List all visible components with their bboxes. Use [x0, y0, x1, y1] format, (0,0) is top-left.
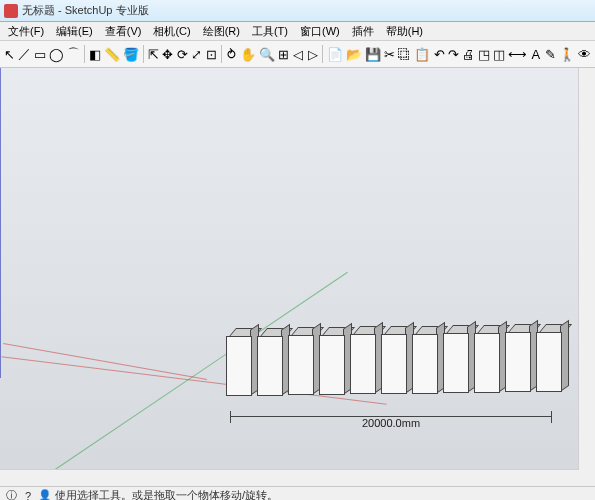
- model-geometry[interactable]: [226, 328, 567, 396]
- model-box[interactable]: [226, 328, 256, 396]
- circle-tool-icon[interactable]: ◯: [48, 43, 65, 65]
- prev-view-icon[interactable]: ◁: [291, 43, 304, 65]
- menu-bar: 文件(F) 编辑(E) 查看(V) 相机(C) 绘图(R) 工具(T) 窗口(W…: [0, 22, 595, 41]
- save-icon[interactable]: 💾: [364, 43, 382, 65]
- title-bar: 无标题 - SketchUp 专业版: [0, 0, 595, 22]
- model-box[interactable]: [319, 327, 349, 395]
- status-hint: 使用选择工具。或是拖取一个物体移动/旋转。: [55, 488, 278, 500]
- info-icon[interactable]: ⓘ: [4, 489, 18, 501]
- menu-view[interactable]: 查看(V): [99, 22, 148, 41]
- look-icon[interactable]: 👁: [577, 43, 592, 65]
- model-box[interactable]: [536, 324, 566, 392]
- menu-tools[interactable]: 工具(T): [246, 22, 294, 41]
- arc-tool-icon[interactable]: ⌒: [66, 43, 81, 65]
- model-box[interactable]: [257, 328, 287, 396]
- model-box[interactable]: [381, 326, 411, 394]
- status-bar: ⓘ ? 👤 使用选择工具。或是拖取一个物体移动/旋转。: [0, 486, 595, 500]
- menu-camera[interactable]: 相机(C): [147, 22, 196, 41]
- dimension-annotation: 20000.0mm: [226, 416, 556, 429]
- zoom-extents-icon[interactable]: ⊞: [277, 43, 290, 65]
- new-icon[interactable]: 📄: [326, 43, 344, 65]
- rotate-tool-icon[interactable]: ⟳: [176, 43, 189, 65]
- push-tool-icon[interactable]: ⇱: [147, 43, 160, 65]
- text-icon[interactable]: A: [529, 43, 542, 65]
- red-axis-neg: [3, 343, 207, 380]
- paste-icon[interactable]: 📋: [413, 43, 431, 65]
- menu-help[interactable]: 帮助(H): [380, 22, 429, 41]
- window-title: 无标题 - SketchUp 专业版: [22, 3, 149, 18]
- toolbar-sep: [221, 45, 222, 63]
- line-tool-icon[interactable]: ／: [17, 43, 32, 65]
- undo-icon[interactable]: ↶: [432, 43, 445, 65]
- horizontal-scrollbar[interactable]: [0, 469, 579, 486]
- model-viewport[interactable]: 20000.0mm: [0, 68, 595, 486]
- menu-draw[interactable]: 绘图(R): [197, 22, 246, 41]
- toolbar-sep: [84, 45, 85, 63]
- model-box[interactable]: [505, 324, 535, 392]
- model-box[interactable]: [350, 326, 380, 394]
- tape-tool-icon[interactable]: 📏: [103, 43, 121, 65]
- open-icon[interactable]: 📂: [345, 43, 363, 65]
- blue-axis: [0, 68, 1, 378]
- toolbar: ↖ ／ ▭ ◯ ⌒ ◧ 📏 🪣 ⇱ ✥ ⟳ ⤢ ⊡ ⥁ ✋ 🔍 ⊞ ◁ ▷ 📄 …: [0, 41, 595, 68]
- app-icon: [4, 4, 18, 18]
- help-icon[interactable]: ?: [21, 489, 35, 501]
- model-box[interactable]: [474, 325, 504, 393]
- section-icon[interactable]: ◫: [492, 43, 506, 65]
- menu-edit[interactable]: 编辑(E): [50, 22, 99, 41]
- paint-tool-icon[interactable]: 🪣: [122, 43, 140, 65]
- redo-icon[interactable]: ↷: [447, 43, 460, 65]
- eraser-tool-icon[interactable]: ◧: [88, 43, 102, 65]
- offset-tool-icon[interactable]: ⊡: [204, 43, 217, 65]
- rect-tool-icon[interactable]: ▭: [33, 43, 47, 65]
- cut-icon[interactable]: ✂: [383, 43, 396, 65]
- dimension-value: 20000.0mm: [362, 417, 420, 429]
- toolbar-sep: [143, 45, 144, 63]
- menu-plugins[interactable]: 插件: [346, 22, 380, 41]
- menu-window[interactable]: 窗口(W): [294, 22, 346, 41]
- model-icon[interactable]: ◳: [477, 43, 491, 65]
- scale-tool-icon[interactable]: ⤢: [190, 43, 203, 65]
- model-box[interactable]: [443, 325, 473, 393]
- copy-icon[interactable]: ⿻: [397, 43, 412, 65]
- walk-icon[interactable]: 🚶: [558, 43, 576, 65]
- geo-icon[interactable]: 👤: [38, 489, 52, 501]
- orbit-tool-icon[interactable]: ⥁: [224, 43, 237, 65]
- model-box[interactable]: [288, 327, 318, 395]
- toolbar-sep: [322, 45, 323, 63]
- select-tool-icon[interactable]: ↖: [3, 43, 16, 65]
- model-box[interactable]: [412, 326, 442, 394]
- menu-file[interactable]: 文件(F): [2, 22, 50, 41]
- next-view-icon[interactable]: ▷: [306, 43, 319, 65]
- pan-tool-icon[interactable]: ✋: [239, 43, 257, 65]
- label-icon[interactable]: ✎: [544, 43, 557, 65]
- print-icon[interactable]: 🖨: [461, 43, 476, 65]
- vertical-scrollbar[interactable]: [578, 68, 595, 486]
- move-tool-icon[interactable]: ✥: [161, 43, 174, 65]
- zoom-tool-icon[interactable]: 🔍: [258, 43, 276, 65]
- dim-icon[interactable]: ⟷: [507, 43, 528, 65]
